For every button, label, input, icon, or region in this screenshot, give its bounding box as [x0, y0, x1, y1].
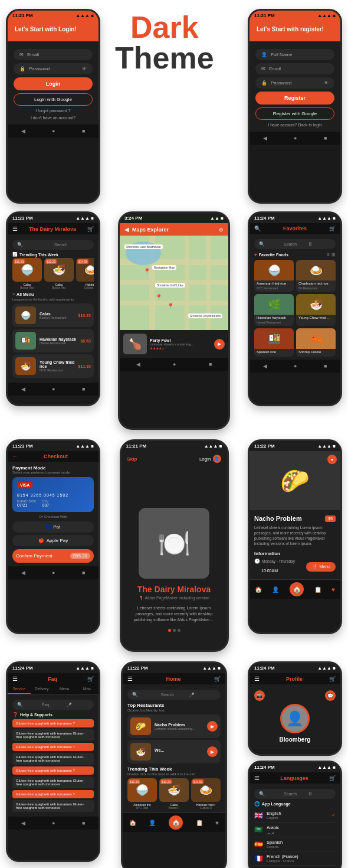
- login-google-button[interactable]: Login with Google: [14, 93, 93, 106]
- map-pin-1: 📍: [143, 268, 150, 275]
- password-input[interactable]: 🔒 Password 👁: [14, 63, 93, 74]
- home-restaurant-2[interactable]: 🍜 We... ... ▶: [127, 740, 221, 763]
- menu-item-1[interactable]: 🍚 Calas Boston Restaurant $10.23: [12, 304, 94, 327]
- profile-message-btn[interactable]: 💬: [325, 690, 336, 701]
- food-detail-phone: 11:22 PM ▲▲▲ ■ 🌮 ♥ Nacho Problem $9 Letr…: [248, 439, 342, 634]
- fav-item-3[interactable]: 🌿 Hawaiian haystack Hawaii Restaurant: [254, 294, 294, 326]
- languages-search[interactable]: 🔍 Search 🎚: [254, 789, 336, 799]
- profile-phone: 11:24 PM ▲▲▲ ■ ☰ Profile 🛒 📷 💬 👤 Bloombe…: [248, 661, 342, 756]
- right-column: 11:24 PM ▲▲▲ ■ ☰ Profile 🛒 📷 💬 👤 Bloombe…: [248, 661, 342, 868]
- map-phone: 3:24 PM ▲▲ ■ ◀ Maps Explorer ⊕: [118, 211, 230, 430]
- menu-item-2[interactable]: 🍱 Hawaiian haystack Hawaii Restaurant $8…: [12, 329, 94, 353]
- map-back-btn[interactable]: ◀: [124, 226, 129, 233]
- row-4: 11:24 PM ▲▲▲ ■ ☰ Faq 🛒 Service Delivery …: [0, 657, 348, 868]
- checkout-bottom-nav: ◀ ● ■: [8, 566, 99, 579]
- reg-password-input[interactable]: 🔒 Password 👁: [255, 77, 334, 89]
- tab-misc[interactable]: Misc: [76, 684, 99, 694]
- fav-item-4[interactable]: 🍜 Young Chow fried ...: [296, 294, 336, 326]
- splash-phone: 11:21 PM ▲▲▲ ■ Skip Login 👤 🍽️ The Dairy…: [120, 439, 229, 652]
- food-detail-body: Nacho Problem $9 Letraset sheets contain…: [249, 510, 340, 579]
- faq-search[interactable]: 🔍 Faq 🎤: [12, 700, 94, 710]
- paypal-button[interactable]: 🅿 Pal: [12, 521, 94, 533]
- profile-camera-btn[interactable]: 📷: [254, 690, 265, 701]
- lang-french-france[interactable]: 🇫🇷 French (France) Français · France: [254, 851, 336, 866]
- lang-english[interactable]: 🇬🇧 English English ✓: [254, 808, 336, 823]
- faq-item-3[interactable]: Gluten-free spaghetti with tomatoes ?: [12, 743, 94, 751]
- faq-item-1[interactable]: Gluten-free spaghetti with tomatoes ?: [12, 719, 94, 727]
- tab-menu[interactable]: Menu: [53, 684, 76, 694]
- home-nav-center[interactable]: 🏠: [169, 815, 183, 830]
- map-bottom-nav: ◀ ● ■: [120, 358, 228, 371]
- trend-item-3: 🍛 $14.99 Hokkien Cultural Re: [76, 258, 94, 289]
- home-trend-1: 🍚 $11.93 American frie NYC Rest: [127, 778, 157, 810]
- fav-item-2[interactable]: 🍛 Charleston red rice SF Restaurant: [296, 260, 336, 292]
- lang-arabic[interactable]: 🇸🇦 Arabic عربي: [254, 823, 336, 837]
- lang-french-canada[interactable]: 🇨🇦 French (Canada) Français · Canadian: [254, 866, 336, 868]
- faq-item-5[interactable]: Gluten-free spaghetti with tomatoes ?: [12, 766, 94, 775]
- favorites-grid: 🍚 American fried rice NYC Restaurant 🍛 C…: [254, 260, 336, 357]
- home-trend-2: 🍜 $10.23 Calas Boston R: [159, 778, 189, 810]
- favorites-phone: 11:24 PM ▲▲▲ ■ 🔍 Favorites 🛒 🔍 Search 🎚 …: [248, 211, 342, 406]
- profile-avatar: 👤: [280, 704, 310, 733]
- profile-about-item[interactable]: ℹ About: [249, 749, 340, 756]
- faq-item-7[interactable]: Gluten-free spaghetti with tomatoes ?: [12, 790, 94, 798]
- home-bottom-nav: 🏠 👤 🏠 📋 ♥: [123, 812, 225, 832]
- faq-item-4[interactable]: Gluten-free spaghetti with tomatoes Glut…: [12, 753, 94, 765]
- nav-center-btn[interactable]: 🏠: [290, 582, 304, 596]
- status-time-reg: 11:21 PM: [254, 13, 275, 18]
- forgot-password-link[interactable]: I forgot password ?: [14, 109, 93, 113]
- fav-item-1[interactable]: 🍚 American fried rice NYC Restaurant: [254, 260, 294, 292]
- faq-top-nav: ☰ Faq 🛒: [8, 673, 99, 684]
- status-icons-dairy: ▲▲▲ ■: [75, 216, 94, 221]
- home-phone: 11:22 PM ▲▲▲ ■ ☰ Home 🛒 🔍 Search 🎤 Top R…: [121, 661, 227, 868]
- email-input[interactable]: ✉ Email: [14, 49, 93, 60]
- home-restaurant-1[interactable]: 🌮 Nacho Problem Letraset sheets containi…: [127, 714, 221, 738]
- confirm-payment-button[interactable]: Confirm Payment $55.30: [12, 549, 94, 563]
- title-dark: Dark: [115, 12, 214, 43]
- home-trend-3: 🍛 $14.99 Hokkien fried r Cultural R: [191, 778, 221, 810]
- credit-card: VISA 8154 3265 0045 1582 EXPIRY DATE 07/…: [12, 477, 94, 512]
- food-detail-image: 🌮 ♥: [249, 451, 340, 510]
- map-pin-3: 📍: [167, 303, 174, 309]
- home-search[interactable]: 🔍 Search 🎤: [127, 690, 221, 700]
- login-phone: 11:21 PM ▲▲▲ ■ Let's Start with Login! ✉…: [6, 9, 100, 204]
- menu-button[interactable]: 🍴 Menu: [306, 562, 336, 572]
- map-direction-btn[interactable]: ▶: [214, 339, 225, 350]
- status-icons-login: ▲▲▲ ■: [75, 13, 94, 18]
- dairy-trending-scroll: 🍚 $11.93 Calas Boston Res 🍜 $10.23 Calas…: [12, 258, 94, 289]
- home-trending-scroll: 🍚 $11.93 American frie NYC Rest 🍜 $10.23…: [127, 778, 221, 810]
- login-button[interactable]: Login: [14, 77, 93, 90]
- faq-item-2[interactable]: Gluten-free spaghetti with tomatoes Glut…: [12, 729, 94, 741]
- status-time-dairy: 11:23 PM: [12, 216, 33, 221]
- dairy-search[interactable]: 🔍 Search: [12, 240, 94, 250]
- page-container: 11:21 PM ▲▲▲ ■ Let's Start with Login! ✉…: [0, 0, 348, 868]
- title-theme: Theme: [115, 43, 214, 73]
- reg-email-input[interactable]: ✉ Email: [255, 63, 334, 74]
- no-account-link[interactable]: I don't have an account?: [14, 116, 93, 120]
- register-bottom-nav: ◀ ● ■: [249, 132, 340, 145]
- tab-delivery[interactable]: Delivery: [31, 684, 54, 694]
- trend-item-2: 🍜 $10.23 Calas Boston Res: [44, 258, 74, 289]
- fav-item-6[interactable]: 🦐 Shrimp Creole: [296, 328, 336, 357]
- food-detail-favorite[interactable]: ♥: [327, 455, 337, 464]
- row-3: 11:23 PM ▲▲▲ ■ ← Checkout Payment Mode S…: [0, 435, 348, 657]
- register-google-button[interactable]: Register with Google: [255, 107, 334, 120]
- languages-top-nav: ☰ Languages 🛒: [249, 772, 340, 784]
- back-login-link[interactable]: I have account? Back to login: [255, 123, 334, 127]
- register-button[interactable]: Register: [255, 92, 334, 105]
- menu-item-3[interactable]: 🍜 Young Chow fried rice NYC Restaurant $…: [12, 354, 94, 378]
- faq-item-8[interactable]: Gluten-free spaghetti with tomatoes Glut…: [12, 800, 94, 812]
- favorites-top-nav: 🔍 Favorites 🛒: [249, 223, 340, 234]
- faq-tab-bar: Service Delivery Menu Misc: [8, 684, 99, 694]
- faq-bottom-nav: ◀ ● ■: [8, 817, 99, 830]
- faq-item-6[interactable]: Gluten-free spaghetti with tomatoes Glut…: [12, 776, 94, 788]
- favorites-search[interactable]: 🔍 Search 🎚: [254, 239, 336, 249]
- checkout-top-nav: ← Checkout: [8, 451, 99, 462]
- profile-top-nav: ☰ Profile 🛒: [249, 673, 340, 684]
- tab-service[interactable]: Service: [8, 684, 31, 694]
- splash-content: 🍽️ The Dairy Miralova 📍 Aldus PageMaker …: [122, 465, 227, 652]
- lang-spanish[interactable]: 🇪🇸 Spanish Espana: [254, 837, 336, 851]
- fullname-input[interactable]: 👤 Full Name: [255, 49, 334, 60]
- apple-pay-button[interactable]: 🍎 Apple Pay: [12, 535, 94, 546]
- fav-item-5[interactable]: 🍱 Spanish rice: [254, 328, 294, 357]
